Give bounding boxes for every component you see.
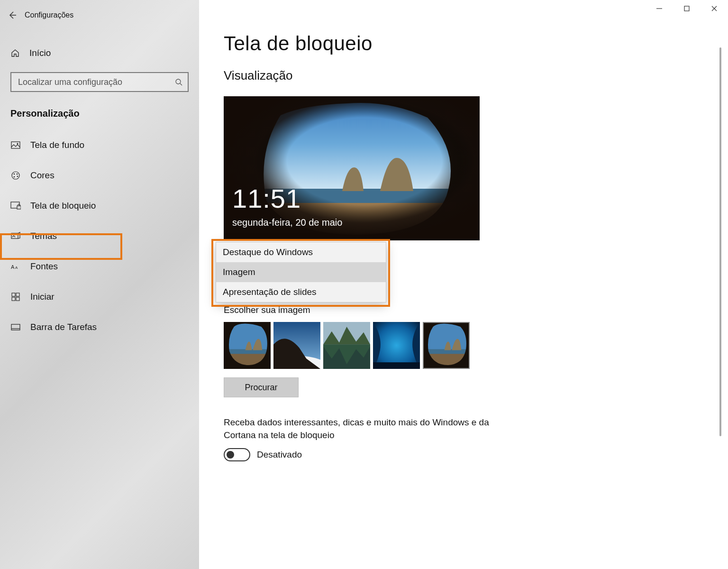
thumbnail-option[interactable] bbox=[224, 322, 271, 369]
preview-section-heading: Visualização bbox=[224, 68, 728, 83]
toggle-knob bbox=[227, 451, 234, 459]
themes-icon bbox=[10, 232, 21, 240]
thumbnail-option[interactable] bbox=[323, 322, 370, 369]
sidebar-item-taskbar[interactable]: Barra de Tarefas bbox=[0, 314, 199, 340]
sidebar-item-label: Início bbox=[29, 48, 51, 58]
svg-text:A: A bbox=[15, 266, 18, 270]
scrollbar[interactable] bbox=[719, 47, 721, 436]
preview-date: segunda-feira, 20 de maio bbox=[232, 217, 342, 228]
sidebar-item-label: Tela de fundo bbox=[30, 140, 84, 150]
maximize-button[interactable] bbox=[673, 0, 701, 17]
svg-point-3 bbox=[17, 143, 18, 145]
thumbnail-option[interactable] bbox=[423, 322, 470, 369]
svg-text:A: A bbox=[11, 264, 15, 270]
svg-point-7 bbox=[17, 176, 18, 177]
dropdown-option-image[interactable]: Imagem bbox=[216, 262, 386, 282]
choose-image-label: Escolher sua imagem bbox=[224, 305, 728, 315]
back-button[interactable] bbox=[0, 5, 25, 26]
lockscreen-icon bbox=[10, 202, 21, 210]
taskbar-icon bbox=[10, 324, 21, 330]
browse-button-label: Procurar bbox=[245, 383, 277, 393]
dropdown-option-label: Imagem bbox=[223, 267, 255, 277]
sidebar-item-start[interactable]: Iniciar bbox=[0, 284, 199, 310]
picture-icon bbox=[10, 141, 21, 149]
home-icon bbox=[10, 48, 20, 58]
sidebar-item-label: Fontes bbox=[30, 261, 58, 272]
sidebar-item-colors[interactable]: Cores bbox=[0, 163, 199, 188]
svg-rect-16 bbox=[12, 297, 15, 301]
minimize-button[interactable] bbox=[646, 0, 673, 17]
svg-rect-11 bbox=[11, 233, 18, 239]
close-button[interactable] bbox=[701, 0, 728, 17]
browse-button[interactable]: Procurar bbox=[224, 377, 299, 397]
tips-toggle[interactable] bbox=[224, 448, 250, 461]
svg-point-8 bbox=[14, 176, 15, 178]
sidebar-item-label: Tela de bloqueio bbox=[30, 201, 96, 211]
fonts-icon: AA bbox=[10, 263, 21, 270]
search-input[interactable] bbox=[10, 72, 189, 92]
category-heading: Personalização bbox=[10, 108, 199, 119]
start-icon bbox=[10, 293, 21, 301]
dropdown-option-label: Apresentação de slides bbox=[223, 287, 317, 297]
lockscreen-preview: 11:51 segunda-feira, 20 de maio bbox=[224, 96, 480, 240]
svg-rect-15 bbox=[16, 293, 19, 296]
thumbnail-option[interactable] bbox=[273, 322, 320, 369]
dropdown-option-spotlight[interactable]: Destaque do Windows bbox=[216, 242, 386, 262]
svg-point-6 bbox=[17, 174, 18, 175]
svg-rect-2 bbox=[11, 142, 20, 148]
sidebar-item-label: Barra de Tarefas bbox=[30, 322, 97, 332]
preview-time: 11:51 bbox=[232, 183, 301, 214]
dropdown-option-label: Destaque do Windows bbox=[223, 247, 313, 257]
sidebar-item-label: Temas bbox=[30, 231, 57, 241]
svg-rect-18 bbox=[11, 324, 20, 330]
svg-rect-32 bbox=[373, 362, 420, 369]
window-title: Configurações bbox=[25, 11, 73, 19]
svg-rect-14 bbox=[12, 293, 15, 296]
sidebar-item-label: Cores bbox=[30, 170, 55, 181]
svg-point-5 bbox=[14, 174, 15, 175]
sidebar-item-lockscreen[interactable]: Tela de bloqueio bbox=[0, 193, 199, 219]
sidebar: Configurações Início Personalização T bbox=[0, 0, 199, 569]
dropdown-option-slideshow[interactable]: Apresentação de slides bbox=[216, 282, 386, 302]
sidebar-item-fonts[interactable]: AA Fontes bbox=[0, 254, 199, 279]
svg-rect-10 bbox=[17, 206, 21, 209]
svg-rect-0 bbox=[684, 6, 689, 11]
palette-icon bbox=[10, 171, 21, 180]
search-field[interactable] bbox=[18, 77, 174, 87]
svg-point-1 bbox=[176, 79, 181, 84]
sidebar-item-label: Iniciar bbox=[30, 292, 55, 302]
background-dropdown[interactable]: Destaque do Windows Imagem Apresentação … bbox=[216, 242, 386, 303]
sidebar-item-themes[interactable]: Temas bbox=[0, 223, 199, 249]
sidebar-item-background[interactable]: Tela de fundo bbox=[0, 132, 199, 158]
sidebar-item-home[interactable]: Início bbox=[0, 40, 199, 66]
page-title: Tela de bloqueio bbox=[224, 32, 728, 55]
image-thumbnails bbox=[224, 322, 728, 369]
toggle-state-label: Desativado bbox=[257, 450, 302, 460]
svg-point-4 bbox=[12, 172, 19, 179]
search-icon bbox=[174, 78, 183, 86]
thumbnail-option[interactable] bbox=[373, 322, 420, 369]
svg-rect-17 bbox=[16, 297, 19, 301]
tips-toggle-label: Receba dados interessantes, dicas e muit… bbox=[224, 416, 489, 441]
